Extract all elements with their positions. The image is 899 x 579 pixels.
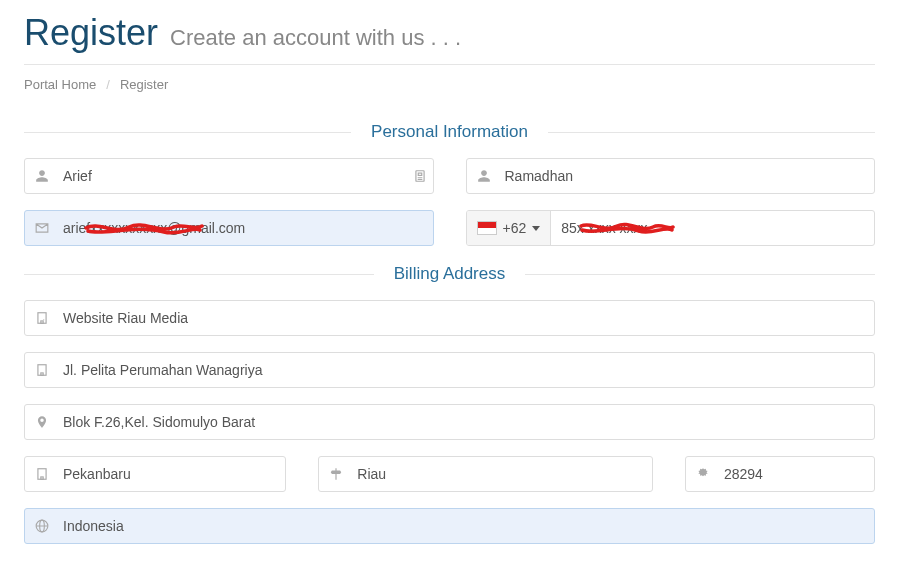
caret-down-icon <box>532 226 540 231</box>
building-icon <box>25 301 59 335</box>
billing-address-heading: Billing Address <box>374 264 526 284</box>
postcode-group <box>685 456 875 492</box>
breadcrumb-home-link[interactable]: Portal Home <box>24 77 96 92</box>
last-name-group <box>466 158 876 194</box>
email-group <box>24 210 434 246</box>
certificate-icon <box>686 457 720 491</box>
breadcrumb-separator: / <box>106 77 110 92</box>
email-field[interactable] <box>59 211 433 245</box>
signpost-icon <box>319 457 353 491</box>
city-field[interactable] <box>59 457 285 491</box>
first-name-field[interactable] <box>59 159 407 193</box>
personal-info-heading: Personal Information <box>351 122 548 142</box>
phone-code-label: +62 <box>503 220 527 236</box>
svg-rect-1 <box>418 173 422 175</box>
state-field[interactable] <box>353 457 652 491</box>
postcode-field[interactable] <box>720 457 875 491</box>
svg-rect-15 <box>41 477 43 479</box>
address1-field[interactable] <box>59 353 874 387</box>
last-name-field[interactable] <box>501 159 875 193</box>
company-field[interactable] <box>59 301 874 335</box>
building-icon <box>25 457 59 491</box>
phone-country-selector[interactable]: +62 <box>467 211 552 245</box>
svg-rect-13 <box>41 373 43 375</box>
address1-group <box>24 352 875 388</box>
user-icon <box>25 159 59 193</box>
svg-rect-4 <box>38 313 46 324</box>
phone-field[interactable] <box>551 211 874 245</box>
map-marker-icon <box>25 405 59 439</box>
svg-rect-12 <box>38 365 46 376</box>
envelope-icon <box>25 211 59 245</box>
phone-group: +62 <box>466 210 876 246</box>
page-title: Register <box>24 12 158 54</box>
breadcrumb-current: Register <box>120 77 168 92</box>
user-icon <box>467 159 501 193</box>
address2-field[interactable] <box>59 405 874 439</box>
contact-card-icon <box>407 159 433 193</box>
country-select[interactable]: Indonesia <box>24 508 875 544</box>
building-icon <box>25 353 59 387</box>
breadcrumb: Portal Home / Register <box>24 65 875 104</box>
address2-group <box>24 404 875 440</box>
city-group <box>24 456 286 492</box>
first-name-group <box>24 158 434 194</box>
svg-rect-11 <box>41 321 43 323</box>
svg-rect-14 <box>38 469 46 480</box>
globe-icon <box>25 509 59 543</box>
company-group <box>24 300 875 336</box>
state-group <box>318 456 653 492</box>
page-subtitle: Create an account with us . . . <box>170 25 461 51</box>
flag-indonesia-icon <box>477 221 497 235</box>
country-value: Indonesia <box>59 509 874 543</box>
